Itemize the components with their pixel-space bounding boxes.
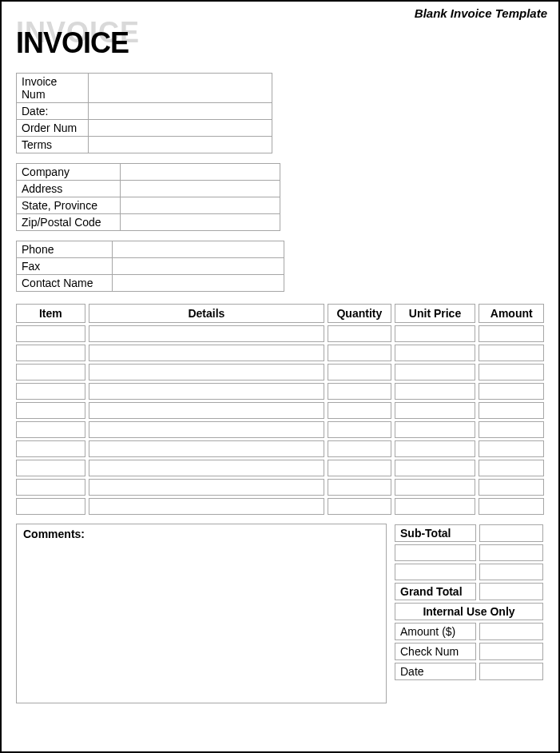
invoice-meta-block: Invoice Num Date: Order Num Terms xyxy=(16,73,272,153)
internal-use-header: Internal Use Only xyxy=(395,603,543,620)
cell-item[interactable] xyxy=(16,421,85,438)
cell-amount[interactable] xyxy=(479,421,544,438)
terms-field[interactable] xyxy=(89,137,272,153)
phone-field[interactable] xyxy=(113,241,284,258)
cell-amount[interactable] xyxy=(479,479,544,496)
cell-amount[interactable] xyxy=(479,460,544,476)
cell-details[interactable] xyxy=(89,383,324,400)
state-label: State, Province xyxy=(17,197,121,214)
cell-details[interactable] xyxy=(89,325,324,342)
table-row xyxy=(16,440,544,457)
invoice-page: Blank Invoice Template INVOICE INVOICE I… xyxy=(0,0,560,753)
company-field[interactable] xyxy=(121,164,280,181)
cell-item[interactable] xyxy=(16,479,85,496)
cell-unit_price[interactable] xyxy=(395,498,476,515)
cell-quantity[interactable] xyxy=(328,421,391,438)
comments-label: Comments: xyxy=(23,528,85,540)
cell-unit_price[interactable] xyxy=(395,479,476,496)
cell-unit_price[interactable] xyxy=(395,421,476,438)
cell-quantity[interactable] xyxy=(328,498,391,515)
comments-box[interactable]: Comments: xyxy=(16,524,387,703)
contact-name-field[interactable] xyxy=(113,275,284,292)
internal-check-label: Check Num xyxy=(395,643,476,660)
address-label: Address xyxy=(17,181,121,197)
cell-details[interactable] xyxy=(89,345,324,361)
subtotal-field[interactable] xyxy=(479,524,543,542)
address-field[interactable] xyxy=(121,181,280,197)
totals-blank2-label[interactable] xyxy=(395,564,476,580)
totals-blank1-label[interactable] xyxy=(395,544,476,561)
cell-unit_price[interactable] xyxy=(395,364,476,380)
cell-amount[interactable] xyxy=(479,364,544,380)
cell-amount[interactable] xyxy=(479,345,544,361)
zip-field[interactable] xyxy=(121,214,280,231)
cell-amount[interactable] xyxy=(479,498,544,515)
bottom-section: Comments: Sub-Total Grand Total xyxy=(13,522,547,703)
cell-quantity[interactable] xyxy=(328,479,391,496)
cell-details[interactable] xyxy=(89,498,324,515)
invoice-num-field[interactable] xyxy=(89,74,272,103)
cell-details[interactable] xyxy=(89,364,324,380)
col-header-quantity: Quantity xyxy=(328,304,391,323)
cell-item[interactable] xyxy=(16,383,85,400)
cell-quantity[interactable] xyxy=(328,460,391,476)
date-field[interactable] xyxy=(89,103,272,120)
table-row xyxy=(16,325,544,342)
cell-item[interactable] xyxy=(16,460,85,476)
internal-check-field[interactable] xyxy=(479,643,543,660)
line-items-section: Item Details Quantity Unit Price Amount xyxy=(13,301,547,517)
grand-total-label: Grand Total xyxy=(395,583,476,600)
table-row xyxy=(16,402,544,419)
cell-quantity[interactable] xyxy=(328,345,391,361)
company-label: Company xyxy=(17,164,121,181)
cell-item[interactable] xyxy=(16,345,85,361)
order-num-label: Order Num xyxy=(17,120,89,137)
table-row xyxy=(16,479,544,496)
table-row xyxy=(16,364,544,380)
cell-quantity[interactable] xyxy=(328,402,391,419)
company-address-block: Company Address State, Province Zip/Post… xyxy=(16,163,280,231)
cell-quantity[interactable] xyxy=(328,383,391,400)
logo-main: INVOICE xyxy=(16,26,129,60)
grand-total-field[interactable] xyxy=(479,583,543,600)
table-row xyxy=(16,383,544,400)
subtotal-label: Sub-Total xyxy=(395,524,476,542)
internal-date-field[interactable] xyxy=(479,663,543,680)
order-num-field[interactable] xyxy=(89,120,272,137)
cell-details[interactable] xyxy=(89,460,324,476)
cell-amount[interactable] xyxy=(479,383,544,400)
cell-item[interactable] xyxy=(16,402,85,419)
contact-block: Phone Fax Contact Name xyxy=(16,241,284,292)
cell-amount[interactable] xyxy=(479,325,544,342)
totals-blank1-field[interactable] xyxy=(479,544,543,561)
cell-details[interactable] xyxy=(89,421,324,438)
cell-unit_price[interactable] xyxy=(395,440,476,457)
totals-blank2-field[interactable] xyxy=(479,564,543,580)
contact-name-label: Contact Name xyxy=(17,275,113,292)
cell-details[interactable] xyxy=(89,440,324,457)
internal-amount-label: Amount ($) xyxy=(395,623,476,640)
internal-date-label: Date xyxy=(395,663,476,680)
internal-amount-field[interactable] xyxy=(479,623,543,640)
cell-unit_price[interactable] xyxy=(395,383,476,400)
cell-quantity[interactable] xyxy=(328,364,391,380)
cell-unit_price[interactable] xyxy=(395,345,476,361)
cell-item[interactable] xyxy=(16,440,85,457)
cell-quantity[interactable] xyxy=(328,325,391,342)
phone-label: Phone xyxy=(17,241,113,258)
cell-item[interactable] xyxy=(16,364,85,380)
table-row xyxy=(16,498,544,515)
cell-details[interactable] xyxy=(89,402,324,419)
cell-unit_price[interactable] xyxy=(395,325,476,342)
cell-item[interactable] xyxy=(16,498,85,515)
cell-quantity[interactable] xyxy=(328,440,391,457)
cell-amount[interactable] xyxy=(479,402,544,419)
cell-amount[interactable] xyxy=(479,440,544,457)
cell-unit_price[interactable] xyxy=(395,402,476,419)
fax-field[interactable] xyxy=(113,258,284,275)
cell-details[interactable] xyxy=(89,479,324,496)
state-field[interactable] xyxy=(121,197,280,214)
cell-item[interactable] xyxy=(16,325,85,342)
cell-unit_price[interactable] xyxy=(395,460,476,476)
totals-block: Sub-Total Grand Total Internal Use Only xyxy=(391,522,546,703)
